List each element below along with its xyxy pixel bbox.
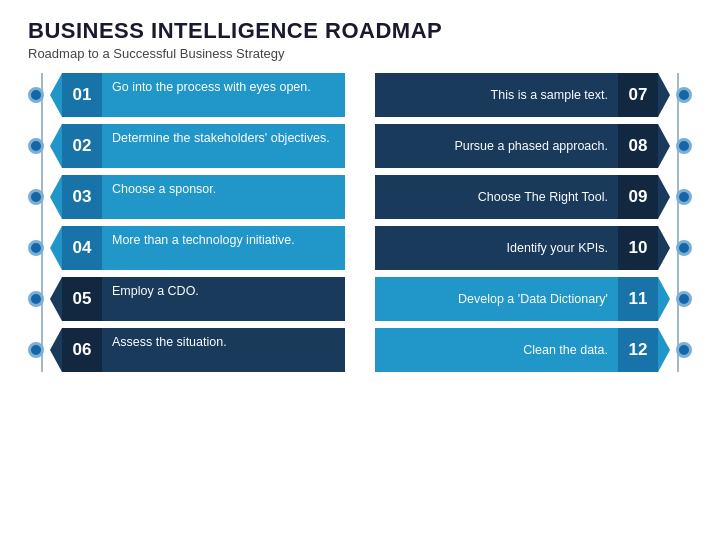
right-item-number-badge: 07	[618, 73, 658, 117]
timeline-dot-right	[676, 138, 692, 154]
right-row-item: Pursue a phased approach.08	[375, 124, 692, 168]
left-row-item: 03Choose a sponsor.	[28, 175, 345, 219]
left-row-item: 04More than a technology initiative.	[28, 226, 345, 270]
main-title: BUSINESS INTELLIGENCE ROADMAP	[28, 18, 692, 44]
right-arrow-notch	[658, 328, 670, 372]
right-arrow-notch	[658, 277, 670, 321]
right-arrow-notch	[658, 124, 670, 168]
left-item-wrapper: 06Assess the situation.	[50, 328, 345, 372]
left-row-item: 01Go into the process with eyes open.	[28, 73, 345, 117]
left-item-box: 05Employ a CDO.	[62, 277, 345, 321]
right-item-box: Clean the data.12	[375, 328, 658, 372]
right-item-wrapper: Develop a 'Data Dictionary'11	[375, 277, 670, 321]
right-item-number-badge: 09	[618, 175, 658, 219]
right-item-box: Identify your KPIs.10	[375, 226, 658, 270]
left-arrow-notch	[50, 175, 62, 219]
right-row-item: Develop a 'Data Dictionary'11	[375, 277, 692, 321]
left-item-wrapper: 01Go into the process with eyes open.	[50, 73, 345, 117]
right-item-number-badge: 10	[618, 226, 658, 270]
right-item-number-badge: 08	[618, 124, 658, 168]
right-item-text-label: Develop a 'Data Dictionary'	[375, 277, 618, 321]
left-arrow-notch	[50, 73, 62, 117]
right-item-text-label: Identify your KPIs.	[375, 226, 618, 270]
item-number-badge: 02	[62, 124, 102, 168]
right-item-text-label: Clean the data.	[375, 328, 618, 372]
left-item-wrapper: 03Choose a sponsor.	[50, 175, 345, 219]
left-item-wrapper: 04More than a technology initiative.	[50, 226, 345, 270]
left-arrow-notch	[50, 328, 62, 372]
page: BUSINESS INTELLIGENCE ROADMAP Roadmap to…	[0, 0, 720, 540]
timeline-dot-left	[28, 189, 44, 205]
timeline-dot-right	[676, 291, 692, 307]
right-arrow-notch	[658, 226, 670, 270]
right-item-text-label: This is a sample text.	[375, 73, 618, 117]
right-item-wrapper: Choose The Right Tool.09	[375, 175, 670, 219]
right-row-item: This is a sample text.07	[375, 73, 692, 117]
left-item-box: 06Assess the situation.	[62, 328, 345, 372]
left-item-box: 01Go into the process with eyes open.	[62, 73, 345, 117]
sub-title: Roadmap to a Successful Business Strateg…	[28, 46, 692, 61]
right-item-text-label: Choose The Right Tool.	[375, 175, 618, 219]
timeline-dot-left	[28, 240, 44, 256]
right-item-wrapper: This is a sample text.07	[375, 73, 670, 117]
right-arrow-notch	[658, 73, 670, 117]
item-number-badge: 05	[62, 277, 102, 321]
item-text-label: Choose a sponsor.	[102, 175, 345, 219]
right-item-wrapper: Clean the data.12	[375, 328, 670, 372]
right-item-number-badge: 11	[618, 277, 658, 321]
right-column: This is a sample text.07Pursue a phased …	[375, 73, 692, 372]
timeline-dot-left	[28, 291, 44, 307]
item-text-label: Go into the process with eyes open.	[102, 73, 345, 117]
right-item-box: This is a sample text.07	[375, 73, 658, 117]
left-row-item: 02Determine the stakeholders' objectives…	[28, 124, 345, 168]
item-number-badge: 06	[62, 328, 102, 372]
left-arrow-notch	[50, 124, 62, 168]
item-number-badge: 04	[62, 226, 102, 270]
right-item-box: Pursue a phased approach.08	[375, 124, 658, 168]
left-row-item: 06Assess the situation.	[28, 328, 345, 372]
right-row-item: Identify your KPIs.10	[375, 226, 692, 270]
left-item-wrapper: 05Employ a CDO.	[50, 277, 345, 321]
item-text-label: Assess the situation.	[102, 328, 345, 372]
timeline-dot-right	[676, 240, 692, 256]
right-item-text-label: Pursue a phased approach.	[375, 124, 618, 168]
item-text-label: Employ a CDO.	[102, 277, 345, 321]
right-item-wrapper: Pursue a phased approach.08	[375, 124, 670, 168]
left-row-item: 05Employ a CDO.	[28, 277, 345, 321]
timeline-dot-left	[28, 342, 44, 358]
right-item-number-badge: 12	[618, 328, 658, 372]
timeline-dot-left	[28, 138, 44, 154]
item-text-label: Determine the stakeholders' objectives.	[102, 124, 345, 168]
roadmap-grid: 01Go into the process with eyes open.02D…	[28, 73, 692, 372]
item-number-badge: 01	[62, 73, 102, 117]
left-arrow-notch	[50, 226, 62, 270]
timeline-dot-left	[28, 87, 44, 103]
left-item-wrapper: 02Determine the stakeholders' objectives…	[50, 124, 345, 168]
timeline-dot-right	[676, 87, 692, 103]
right-item-box: Choose The Right Tool.09	[375, 175, 658, 219]
left-item-box: 04More than a technology initiative.	[62, 226, 345, 270]
right-row-item: Clean the data.12	[375, 328, 692, 372]
left-column: 01Go into the process with eyes open.02D…	[28, 73, 345, 372]
right-arrow-notch	[658, 175, 670, 219]
left-arrow-notch	[50, 277, 62, 321]
right-row-item: Choose The Right Tool.09	[375, 175, 692, 219]
item-number-badge: 03	[62, 175, 102, 219]
left-item-box: 03Choose a sponsor.	[62, 175, 345, 219]
item-text-label: More than a technology initiative.	[102, 226, 345, 270]
timeline-dot-right	[676, 342, 692, 358]
right-item-wrapper: Identify your KPIs.10	[375, 226, 670, 270]
timeline-dot-right	[676, 189, 692, 205]
right-item-box: Develop a 'Data Dictionary'11	[375, 277, 658, 321]
left-item-box: 02Determine the stakeholders' objectives…	[62, 124, 345, 168]
